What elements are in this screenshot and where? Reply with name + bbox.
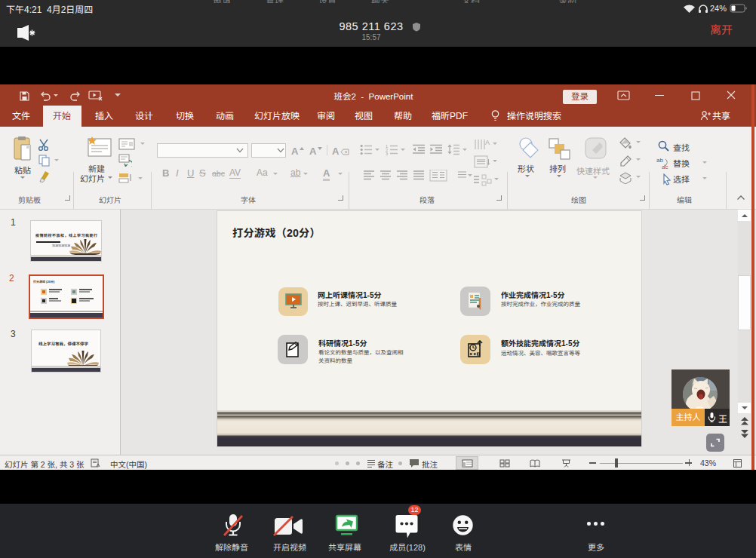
svg-text:A: A: [485, 139, 490, 146]
svg-text:ab: ab: [656, 157, 663, 164]
svg-text:ac: ac: [662, 164, 668, 170]
svg-text:3: 3: [386, 152, 388, 155]
